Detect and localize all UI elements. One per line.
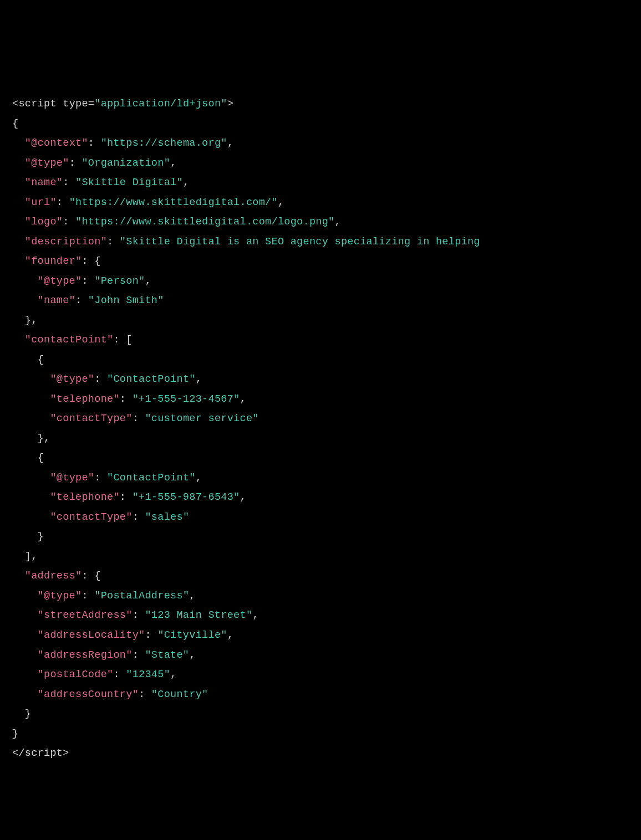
brace-close: } — [38, 531, 44, 542]
colon: : — [94, 472, 100, 484]
tag-bracket: < — [12, 747, 18, 759]
equals: = — [88, 98, 94, 110]
json-string: "12345" — [126, 669, 170, 680]
comma: , — [278, 197, 284, 208]
json-string: "https://www.skittledigital.com/" — [69, 197, 278, 208]
bracket-open: [ — [126, 334, 132, 346]
space — [57, 98, 63, 110]
json-string: "https://schema.org" — [101, 137, 227, 149]
comma: , — [196, 373, 202, 385]
tag-bracket: < — [12, 98, 18, 110]
colon: : — [133, 649, 139, 661]
colon: : — [113, 334, 119, 346]
json-key: "@type" — [38, 590, 82, 602]
comma: , — [183, 177, 189, 188]
json-string: "Cityville" — [157, 629, 227, 641]
comma: , — [240, 393, 246, 405]
json-key: "@type" — [50, 373, 94, 385]
colon: : — [82, 570, 88, 582]
json-key: "founder" — [25, 255, 82, 267]
tag-bracket: > — [227, 98, 233, 110]
comma: , — [170, 669, 176, 680]
bracket-close: ] — [25, 551, 31, 562]
json-string: "https://www.skittledigital.com/logo.png… — [75, 216, 334, 228]
comma: , — [189, 590, 195, 602]
json-key: "addressCountry" — [38, 689, 139, 700]
json-key: "contactPoint" — [25, 334, 114, 346]
json-string: "State" — [145, 649, 189, 661]
json-key: "telephone" — [50, 393, 119, 405]
brace-open: { — [94, 570, 100, 582]
colon: : — [145, 629, 151, 641]
json-key: "addressLocality" — [38, 629, 145, 641]
comma: , — [31, 551, 37, 562]
brace-open: { — [38, 354, 44, 366]
tag-slash: / — [18, 747, 24, 759]
colon: : — [63, 177, 69, 188]
colon: : — [133, 609, 139, 621]
comma: , — [196, 472, 202, 484]
json-key: "@context" — [25, 137, 88, 149]
json-key: "url" — [25, 197, 57, 208]
json-string: "Organization" — [82, 157, 170, 169]
colon: : — [69, 157, 75, 169]
code-block: <script type="application/ld+json"> { "@… — [12, 94, 629, 764]
colon: : — [133, 511, 139, 523]
brace-close: } — [25, 708, 31, 720]
colon: : — [57, 197, 63, 208]
comma: , — [170, 157, 176, 169]
json-string: "+1-555-123-4567" — [133, 393, 240, 405]
json-key: "streetAddress" — [38, 609, 133, 621]
colon: : — [94, 373, 100, 385]
json-string: "PostalAddress" — [94, 590, 189, 602]
attr-value: application/ld+json — [101, 98, 221, 110]
colon: : — [82, 275, 88, 287]
json-key: "name" — [38, 295, 75, 306]
brace-close: } — [38, 433, 44, 444]
comma: , — [252, 609, 258, 621]
json-string: "Skittle Digital" — [75, 177, 183, 188]
json-string: "John Smith" — [88, 295, 164, 306]
json-key: "contactType" — [50, 511, 132, 523]
json-key: "contactType" — [50, 413, 132, 424]
colon: : — [88, 137, 94, 149]
json-key: "logo" — [25, 216, 63, 228]
colon: : — [82, 255, 88, 267]
brace-close: } — [25, 315, 31, 326]
brace-open: { — [94, 255, 100, 267]
comma: , — [31, 315, 37, 326]
json-key: "@type" — [38, 275, 82, 287]
colon: : — [139, 689, 145, 700]
tag-name: script — [18, 98, 56, 110]
tag-name: script — [25, 747, 63, 759]
colon: : — [82, 590, 88, 602]
json-string: "123 Main Street" — [145, 609, 252, 621]
attr-name: type — [63, 98, 88, 110]
json-string: "ContactPoint" — [107, 472, 196, 484]
colon: : — [113, 669, 119, 680]
attr-value-quote: " — [94, 98, 100, 110]
colon: : — [63, 216, 69, 228]
comma: , — [227, 137, 233, 149]
json-key: "@type" — [25, 157, 69, 169]
json-string: "sales" — [145, 511, 189, 523]
json-string: "Person" — [94, 275, 145, 287]
colon: : — [120, 393, 126, 405]
comma: , — [240, 491, 246, 503]
json-key: "postalCode" — [38, 669, 114, 680]
comma: , — [44, 433, 50, 444]
json-string: "Skittle Digital is an SEO agency specia… — [120, 236, 480, 248]
json-key: "description" — [25, 236, 107, 248]
brace-open: { — [12, 118, 18, 130]
brace-close: } — [12, 728, 18, 740]
comma: , — [335, 216, 341, 228]
colon: : — [133, 413, 139, 424]
json-key: "name" — [25, 177, 63, 188]
json-key: "telephone" — [50, 491, 119, 503]
json-key: "addressRegion" — [38, 649, 133, 661]
json-string: "customer service" — [145, 413, 258, 424]
comma: , — [189, 649, 195, 661]
json-key: "address" — [25, 570, 82, 582]
colon: : — [120, 491, 126, 503]
json-string: "ContactPoint" — [107, 373, 196, 385]
